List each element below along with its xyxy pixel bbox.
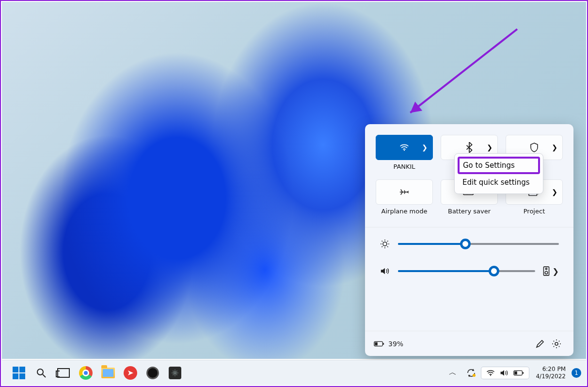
task-view-button[interactable]	[54, 364, 73, 382]
chrome-icon	[79, 366, 93, 380]
battery-saver-tile-label: Battery saver	[441, 208, 498, 221]
search-icon	[36, 368, 47, 378]
chevron-right-icon: ❯	[422, 144, 428, 151]
send-anywhere-app[interactable]: ➤	[121, 364, 140, 382]
wifi-tile[interactable]: ❯	[376, 135, 433, 160]
wifi-tile-label: PANKIL	[376, 163, 433, 177]
obs-icon	[146, 367, 159, 379]
volume-slider[interactable]	[398, 270, 535, 272]
chevron-right-icon: ❯	[552, 144, 557, 151]
paper-plane-icon: ➤	[124, 366, 137, 380]
svg-point-8	[545, 272, 548, 274]
svg-point-14	[174, 371, 176, 374]
battery-percent-text[interactable]: 39%	[388, 340, 403, 348]
gear-icon	[169, 367, 181, 379]
airplane-tile-label: Airplane mode	[376, 208, 433, 221]
svg-point-5	[383, 242, 387, 246]
quick-settings-panel: ❯ ❯ ❯ PANKIL	[365, 124, 573, 356]
project-expand-button[interactable]: ❯	[552, 180, 557, 204]
context-go-to-settings[interactable]: Go to Settings	[458, 157, 540, 174]
security-expand-button[interactable]: ❯	[552, 135, 557, 160]
taskbar: ➤ ︿ 6:20 PM 4/19/2022 1	[2, 360, 586, 385]
svg-point-12	[555, 342, 558, 345]
settings-button[interactable]	[548, 336, 565, 352]
svg-rect-11	[375, 342, 378, 345]
volume-row: ❯	[380, 266, 559, 276]
windows-logo-icon	[13, 367, 25, 379]
settings-app[interactable]	[166, 364, 184, 382]
airplane-tile[interactable]	[376, 179, 433, 205]
quick-settings-footer: 39%	[365, 331, 573, 356]
svg-point-0	[404, 150, 405, 151]
taskbar-pinned-apps: ➤	[2, 364, 586, 382]
chevron-right-icon: ❯	[487, 144, 493, 151]
brightness-slider[interactable]	[398, 243, 559, 245]
edit-quick-settings-button[interactable]	[532, 336, 548, 352]
svg-point-7	[545, 268, 547, 270]
brightness-icon	[380, 239, 390, 249]
volume-icon	[380, 267, 390, 275]
brightness-row	[380, 239, 559, 249]
chrome-app[interactable]	[77, 364, 95, 382]
battery-icon	[374, 341, 384, 347]
folder-icon	[101, 368, 115, 378]
file-explorer-app[interactable]	[99, 364, 117, 382]
tile-context-menu: Go to Settings Edit quick settings	[454, 153, 543, 194]
project-tile-label: Project	[506, 208, 563, 221]
search-button[interactable]	[32, 364, 50, 382]
chevron-right-icon: ❯	[552, 188, 557, 196]
sliders-section: ❯	[365, 227, 573, 281]
audio-output-button[interactable]	[543, 266, 550, 276]
airplane-icon	[376, 187, 432, 197]
chevron-right-icon: ❯	[553, 267, 559, 276]
svg-rect-10	[383, 343, 384, 345]
context-edit-quick-settings[interactable]: Edit quick settings	[458, 174, 540, 191]
obs-app[interactable]	[143, 364, 162, 382]
svg-point-13	[37, 369, 43, 375]
wifi-expand-button[interactable]: ❯	[422, 135, 428, 160]
task-view-icon	[57, 368, 70, 378]
start-button[interactable]	[10, 364, 28, 382]
